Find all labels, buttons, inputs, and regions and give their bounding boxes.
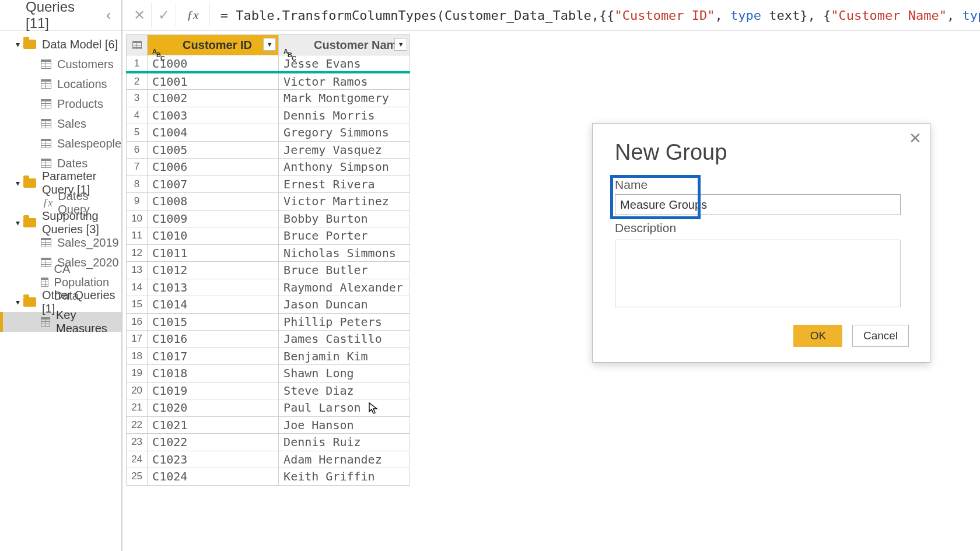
tree-item[interactable]: Key Measures [0, 312, 121, 332]
cell-customer-name[interactable]: James Castillo [279, 331, 410, 348]
cancel-formula-button[interactable]: ✕ [127, 3, 152, 27]
cell-customer-id[interactable]: C1022 [148, 434, 279, 451]
cell-customer-id[interactable]: C1010 [148, 227, 279, 245]
cell-customer-name[interactable]: Benjamin Kim [279, 348, 410, 365]
row-number[interactable]: 12 [127, 244, 148, 262]
row-number[interactable]: 24 [127, 451, 148, 468]
cell-customer-name[interactable]: Dennis Ruiz [279, 434, 410, 451]
row-number[interactable]: 18 [127, 348, 148, 365]
cell-customer-id[interactable]: C1012 [148, 262, 279, 279]
row-number[interactable]: 20 [127, 382, 148, 399]
ok-button[interactable]: OK [793, 325, 842, 347]
row-number[interactable]: 10 [127, 210, 148, 227]
row-number[interactable]: 16 [127, 313, 148, 331]
cell-customer-name[interactable]: Bruce Porter [279, 227, 410, 245]
cell-customer-name[interactable]: Gregory Simmons [279, 124, 410, 142]
cell-customer-name[interactable]: Victor Martinez [279, 193, 410, 210]
tree-item[interactable]: Sales_2019 [0, 233, 121, 252]
commit-formula-button[interactable]: ✓ [152, 3, 176, 27]
row-number[interactable]: 7 [127, 159, 148, 176]
row-number[interactable]: 1 [127, 55, 148, 73]
row-number[interactable]: 5 [127, 124, 148, 142]
cell-customer-id[interactable]: C1000 [148, 55, 279, 73]
cell-customer-name[interactable]: Paul Larson [279, 399, 410, 417]
tree-item[interactable]: Sales [0, 114, 121, 134]
cell-customer-name[interactable]: Victor Ramos [279, 72, 410, 90]
row-number[interactable]: 9 [127, 193, 148, 210]
cell-customer-name[interactable]: Mark Montgomery [279, 90, 410, 107]
row-number[interactable]: 15 [127, 296, 148, 314]
column-filter-button[interactable]: ▼ [394, 38, 407, 51]
row-number[interactable]: 4 [127, 107, 148, 124]
cell-customer-id[interactable]: C1020 [148, 399, 279, 417]
cell-customer-id[interactable]: C1006 [148, 159, 279, 176]
cell-customer-name[interactable]: Jeremy Vasquez [279, 141, 410, 159]
cell-customer-name[interactable]: Jason Duncan [279, 296, 410, 314]
cell-customer-id[interactable]: C1019 [148, 382, 279, 399]
tree-group[interactable]: ▾Data Model [6] [0, 34, 121, 54]
group-description-input[interactable] [615, 240, 901, 307]
cell-customer-id[interactable]: C1021 [148, 416, 279, 434]
cell-customer-id[interactable]: C1024 [148, 468, 279, 486]
close-dialog-button[interactable]: ✕ [909, 129, 922, 148]
cell-customer-name[interactable]: Steve Diaz [279, 382, 410, 399]
cell-customer-name[interactable]: Dennis Morris [279, 107, 410, 124]
collapse-sidebar-button[interactable]: ‹ [102, 7, 116, 23]
cell-customer-id[interactable]: C1008 [148, 193, 279, 210]
cell-customer-name[interactable]: Adam Hernandez [279, 451, 410, 468]
fx-icon[interactable]: ƒx [176, 3, 210, 27]
cell-customer-id[interactable]: C1002 [148, 90, 279, 107]
cell-customer-id[interactable]: C1013 [148, 279, 279, 296]
row-number[interactable]: 17 [127, 331, 148, 348]
group-name-input[interactable] [615, 194, 901, 215]
tree-item[interactable]: Salespeople [0, 134, 121, 153]
cell-customer-id[interactable]: C1018 [148, 365, 279, 382]
tree-item[interactable]: Customers [0, 54, 121, 74]
row-number[interactable]: 14 [127, 279, 148, 296]
row-number[interactable]: 3 [127, 90, 148, 107]
tree-item[interactable]: Locations [0, 74, 121, 94]
cell-customer-id[interactable]: C1005 [148, 141, 279, 159]
cell-customer-id[interactable]: C1011 [148, 244, 279, 262]
row-number[interactable]: 22 [127, 416, 148, 434]
data-grid[interactable]: CCustomer ID▼CCustomer Name▼1C1000Jesse … [126, 34, 410, 486]
cell-customer-name[interactable]: Joe Hanson [279, 416, 410, 434]
row-number[interactable]: 2 [127, 72, 148, 90]
cell-customer-name[interactable]: Shawn Long [279, 365, 410, 382]
cell-customer-name[interactable]: Phillip Peters [279, 313, 410, 331]
column-filter-button[interactable]: ▼ [263, 38, 276, 51]
cell-customer-name[interactable]: Raymond Alexander [279, 279, 410, 296]
column-header[interactable]: CCustomer Name▼ [279, 35, 410, 55]
row-number[interactable]: 25 [127, 468, 148, 486]
cell-customer-id[interactable]: C1014 [148, 296, 279, 314]
cell-customer-id[interactable]: C1023 [148, 451, 279, 468]
select-all-corner[interactable] [127, 35, 148, 55]
column-header[interactable]: CCustomer ID▼ [148, 35, 279, 55]
cell-customer-name[interactable]: Bruce Butler [279, 262, 410, 279]
cell-customer-id[interactable]: C1003 [148, 107, 279, 124]
cell-customer-id[interactable]: C1015 [148, 313, 279, 331]
cell-customer-name[interactable]: Keith Griffin [279, 468, 410, 486]
cell-customer-name[interactable]: Nicholas Simmons [279, 244, 410, 262]
row-number[interactable]: 11 [127, 227, 148, 245]
row-number[interactable]: 8 [127, 176, 148, 193]
tree-group[interactable]: ▾Supporting Queries [3] [0, 213, 121, 233]
cell-customer-id[interactable]: C1009 [148, 210, 279, 227]
cell-customer-name[interactable]: Anthony Simpson [279, 159, 410, 176]
cell-customer-id[interactable]: C1007 [148, 176, 279, 193]
cell-customer-name[interactable]: Bobby Burton [279, 210, 410, 227]
row-number[interactable]: 23 [127, 434, 148, 451]
row-number[interactable]: 6 [127, 141, 148, 159]
cell-customer-id[interactable]: C1004 [148, 124, 279, 142]
cell-customer-id[interactable]: C1017 [148, 348, 279, 365]
row-number[interactable]: 19 [127, 365, 148, 382]
cell-customer-name[interactable]: Jesse Evans [279, 55, 410, 73]
row-number[interactable]: 21 [127, 399, 148, 417]
tree-item[interactable]: Products [0, 94, 121, 114]
cell-customer-name[interactable]: Ernest Rivera [279, 176, 410, 193]
cell-customer-id[interactable]: C1001 [148, 72, 279, 90]
formula-input[interactable]: = Table.TransformColumnTypes(Customer_Da… [210, 8, 980, 23]
row-number[interactable]: 13 [127, 262, 148, 279]
cell-customer-id[interactable]: C1016 [148, 331, 279, 348]
cancel-button[interactable]: Cancel [852, 325, 909, 347]
